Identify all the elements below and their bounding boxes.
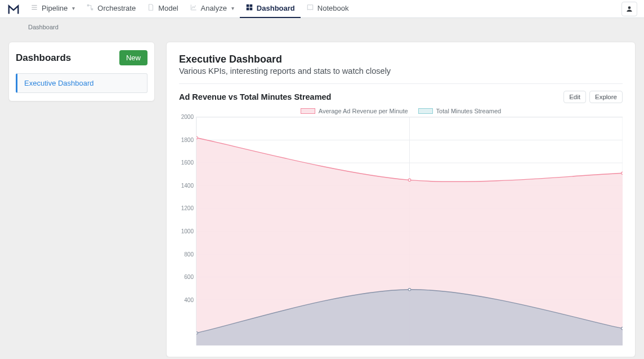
content-card: Executive Dashboard Various KPIs, intere… [166,42,636,357]
y-tick: 1800 [181,136,194,143]
legend-item-revenue: Average Ad Revenue per Minute [301,108,408,114]
chart-legend: Average Ad Revenue per Minute Total Minu… [179,108,623,114]
chart-line-icon [190,3,198,13]
sidebar: Dashboards New Executive Dashboard [8,42,155,101]
svg-point-6 [628,6,631,9]
legend-swatch-blue [418,108,433,114]
y-tick: 400 [184,296,194,303]
svg-point-23 [408,289,411,291]
svg-point-19 [196,136,198,139]
y-tick: 800 [184,251,194,257]
user-menu-button[interactable] [621,2,637,16]
topbar: Pipeline▾OrchestrateModelAnalyze▾Dashboa… [0,0,644,18]
nav-item-analyze[interactable]: Analyze▾ [184,0,240,18]
list-icon [30,3,38,13]
chart-header: Ad Revenue vs Total Minutes Streamed Edi… [179,91,623,103]
nav-item-dashboard[interactable]: Dashboard [240,0,301,18]
legend-item-minutes: Total Minutes Streamed [418,108,502,114]
nav-label: Notebook [317,4,349,12]
chart-plot[interactable] [196,117,623,345]
grid-icon [245,3,253,13]
legend-swatch-pink [301,108,315,114]
nav-label: Model [158,4,178,12]
nav-label: Pipeline [42,4,68,12]
legend-label: Total Minutes Streamed [436,108,502,114]
y-tick: 1400 [181,182,194,188]
svg-rect-2 [247,5,249,7]
svg-rect-5 [249,8,252,11]
nav-item-pipeline[interactable]: Pipeline▾ [25,0,80,18]
doc-icon [147,3,155,13]
nav-item-model[interactable]: Model [141,0,184,18]
page-title: Executive Dashboard [179,54,623,65]
y-tick: 2000 [181,114,194,120]
app-logo [7,2,20,16]
nav-label: Dashboard [257,4,295,12]
breadcrumb: Dashboard [0,18,644,35]
sidebar-title: Dashboards [16,52,71,64]
explore-button[interactable]: Explore [589,91,623,103]
page-subtitle: Various KPIs, interesting reports and st… [179,67,623,76]
nav-item-orchestrate[interactable]: Orchestrate [80,0,141,18]
svg-point-21 [621,172,623,174]
flow-icon [86,3,94,13]
chevron-down-icon: ▾ [72,5,75,11]
sidebar-item-executive-dashboard[interactable]: Executive Dashboard [16,73,147,93]
chart-y-axis: 200018001600140012001000800600400 [179,117,196,345]
chart-title: Ad Revenue vs Total Minutes Streamed [179,92,331,101]
svg-point-24 [621,327,623,329]
svg-point-22 [196,332,198,334]
y-tick: 600 [184,274,194,280]
main: Dashboards New Executive Dashboard Execu… [0,35,644,357]
divider [179,83,623,84]
svg-point-20 [408,179,411,181]
chart-area: 200018001600140012001000800600400 [179,117,623,345]
svg-rect-3 [249,5,252,7]
svg-rect-4 [247,8,249,11]
nav-item-notebook[interactable]: Notebook [301,0,355,18]
legend-label: Average Ad Revenue per Minute [319,108,408,114]
new-dashboard-button[interactable]: New [119,50,147,65]
y-tick: 1600 [181,159,194,166]
nav-label: Orchestrate [97,4,136,12]
svg-rect-0 [87,5,90,7]
y-tick: 1200 [181,205,194,211]
topnav: Pipeline▾OrchestrateModelAnalyze▾Dashboa… [25,0,354,18]
edit-button[interactable]: Edit [564,91,586,103]
book-icon [306,3,314,13]
y-tick: 1000 [181,228,194,234]
user-icon [625,5,633,13]
chevron-down-icon: ▾ [231,5,234,11]
nav-label: Analyze [201,4,227,12]
